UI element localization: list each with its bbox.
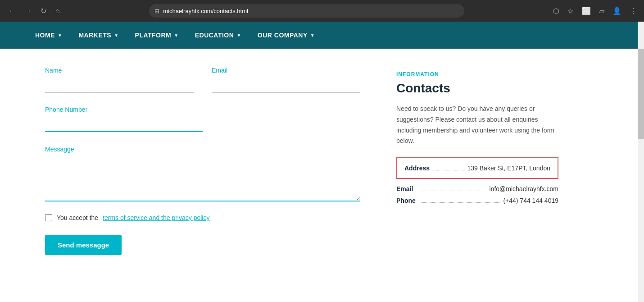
phone-input[interactable]	[45, 117, 203, 132]
nav-item-education[interactable]: EDUCATION ▼	[187, 22, 249, 49]
info-title: Contacts	[396, 81, 558, 96]
chevron-down-icon: ▼	[236, 33, 241, 38]
split-screen-icon[interactable]: ▱	[597, 5, 606, 17]
phone-dots	[422, 202, 500, 203]
chevron-down-icon: ▼	[114, 33, 118, 38]
phone-label: Phone Number	[45, 106, 360, 113]
scrollbar[interactable]	[638, 22, 644, 302]
main-content: Name Email Phone Number Messagge You acc…	[0, 49, 644, 302]
translate-icon[interactable]: ⬡	[551, 5, 561, 17]
profile-icon[interactable]: 👤	[611, 5, 623, 17]
nav-item-platform[interactable]: PLATFORM ▼	[127, 22, 187, 49]
phone-contact-row: Phone (+44) 744 144 4019	[396, 197, 558, 204]
browser-chrome: ← → ↻ ⌂ ⊞ michaelrayhfx.com/contacts.htm…	[0, 0, 644, 22]
nav-item-home[interactable]: HOME ▼	[27, 22, 70, 49]
browser-actions: ⬡ ☆ ⬜ ▱ 👤 ⋮	[551, 5, 639, 17]
reload-button[interactable]: ↻	[38, 5, 49, 17]
email-contact-row: Email info@michaelrayhfx.com	[396, 185, 558, 192]
address-bar[interactable]: ⊞ michaelrayhfx.com/contacts.html	[149, 4, 464, 18]
address-dots	[432, 170, 465, 170]
name-email-row: Name Email	[45, 67, 360, 92]
email-contact-value: info@michaelrayhfx.com	[490, 185, 559, 192]
address-box: Address 139 Baker St, E17PT, London	[396, 157, 558, 179]
url-text: michaelrayhfx.com/contacts.html	[163, 8, 248, 14]
address-label: Address	[404, 165, 430, 172]
phone-field-container: Phone Number	[45, 106, 360, 132]
nav-item-markets[interactable]: MARKETS ▼	[70, 22, 127, 49]
name-field: Name	[45, 67, 194, 92]
message-textarea[interactable]	[45, 156, 360, 201]
chevron-down-icon: ▼	[310, 33, 315, 38]
name-input[interactable]	[45, 78, 194, 92]
home-button[interactable]: ⌂	[53, 5, 63, 17]
contact-form: Name Email Phone Number Messagge You acc…	[45, 67, 360, 288]
scrollbar-thumb[interactable]	[638, 49, 644, 139]
terms-checkbox[interactable]	[45, 214, 52, 221]
back-button[interactable]: ←	[5, 5, 18, 17]
main-nav: HOME ▼ MARKETS ▼ PLATFORM ▼ EDUCATION ▼ …	[0, 22, 644, 49]
chevron-down-icon: ▼	[58, 33, 62, 38]
address-value: 139 Baker St, E17PT, London	[467, 165, 550, 172]
terms-checkbox-row: You accept the terms of service and the …	[45, 214, 360, 221]
email-label: Email	[212, 67, 360, 74]
info-description: Need to speak to us? Do you have any que…	[396, 104, 558, 146]
menu-icon[interactable]: ⋮	[628, 5, 639, 17]
email-contact-label: Email	[396, 185, 419, 192]
message-field-container: Messagge	[45, 146, 360, 203]
phone-contact-label: Phone	[396, 197, 419, 204]
info-section: INFORMATION Contacts Need to speak to us…	[396, 67, 558, 288]
checkbox-text: You accept the	[57, 214, 98, 221]
name-label: Name	[45, 67, 194, 74]
email-dots	[422, 191, 487, 191]
address-row: Address 139 Baker St, E17PT, London	[404, 165, 550, 172]
info-section-label: INFORMATION	[396, 71, 558, 78]
terms-link[interactable]: terms of service and the privacy policy	[103, 214, 209, 221]
phone-contact-value: (+44) 744 144 4019	[503, 197, 558, 204]
bookmark-icon[interactable]: ☆	[566, 5, 576, 17]
security-icon: ⊞	[154, 8, 159, 14]
nav-item-our-company[interactable]: OUR COMPANY ▼	[249, 22, 323, 49]
message-label: Messagge	[45, 146, 360, 153]
email-field: Email	[212, 67, 360, 92]
extensions-icon[interactable]: ⬜	[580, 5, 593, 17]
chevron-down-icon: ▼	[174, 33, 178, 38]
send-button[interactable]: Send messagge	[45, 235, 122, 255]
forward-button[interactable]: →	[22, 5, 34, 17]
email-input[interactable]	[212, 78, 360, 92]
